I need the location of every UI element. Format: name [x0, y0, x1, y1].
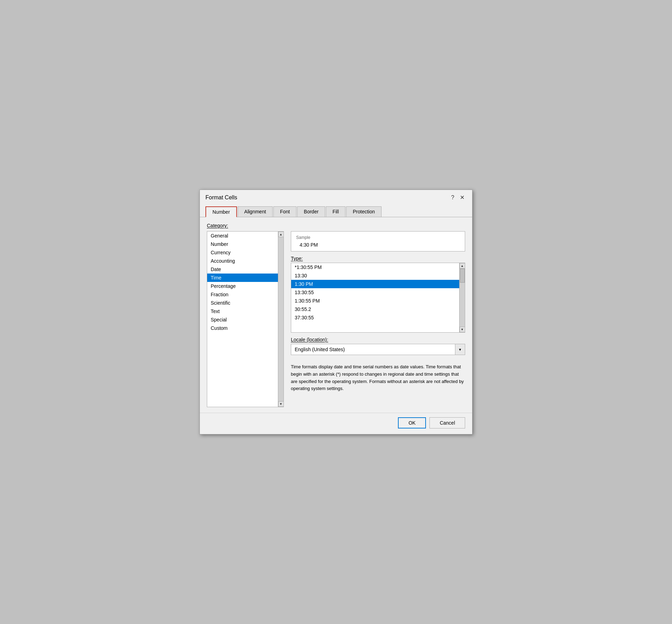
category-time[interactable]: Time [207, 274, 284, 282]
type-list: *1:30:55 PM 13:30 1:30 PM 13:30:55 1:30:… [291, 263, 465, 332]
type-scroll-down[interactable]: ▼ [460, 327, 465, 332]
sample-label: Sample [296, 235, 460, 240]
locale-value: English (United States) [291, 345, 455, 354]
locale-section: Locale (location): English (United State… [291, 337, 465, 355]
category-scientific[interactable]: Scientific [207, 299, 284, 307]
tab-fill[interactable]: Fill [326, 206, 345, 217]
category-percentage[interactable]: Percentage [207, 282, 284, 290]
type-list-container: *1:30:55 PM 13:30 1:30 PM 13:30:55 1:30:… [291, 263, 465, 333]
category-text[interactable]: Text [207, 307, 284, 315]
title-buttons: ? ✕ [449, 194, 467, 201]
tabs-container: Number Alignment Font Border Fill Protec… [200, 203, 472, 217]
type-label: Type: [291, 256, 465, 261]
category-fraction[interactable]: Fraction [207, 290, 284, 299]
type-item-4[interactable]: 1:30:55 PM [291, 297, 465, 305]
sample-box: Sample 4:30 PM [291, 231, 465, 251]
locale-label: Locale (location): [291, 337, 465, 342]
tab-content: Category: General Number Currency Accoun… [200, 217, 472, 413]
help-button[interactable]: ? [449, 194, 456, 201]
title-bar: Format Cells ? ✕ [200, 190, 472, 201]
tab-border[interactable]: Border [297, 206, 325, 217]
category-scroll-up[interactable]: ▲ [278, 232, 284, 237]
type-item-1[interactable]: 13:30 [291, 271, 465, 280]
format-cells-dialog: Format Cells ? ✕ Number Alignment Font B… [200, 190, 472, 434]
category-currency[interactable]: Currency [207, 248, 284, 257]
category-list: General Number Currency Accounting Date … [207, 232, 284, 407]
tab-font[interactable]: Font [273, 206, 296, 217]
dialog-title: Format Cells [205, 194, 237, 201]
type-scroll-up[interactable]: ▲ [460, 263, 465, 269]
category-date[interactable]: Date [207, 265, 284, 274]
type-section: Type: *1:30:55 PM 13:30 1:30 PM 13:30:55… [291, 256, 465, 333]
type-scrollbar: ▲ ▼ [459, 263, 465, 332]
cancel-button[interactable]: Cancel [429, 417, 465, 428]
ok-button[interactable]: OK [398, 417, 426, 428]
category-accounting[interactable]: Accounting [207, 257, 284, 265]
tab-alignment[interactable]: Alignment [238, 206, 273, 217]
category-special[interactable]: Special [207, 315, 284, 324]
category-label: Category: [207, 223, 465, 228]
category-general[interactable]: General [207, 232, 284, 240]
category-list-container: General Number Currency Accounting Date … [207, 231, 284, 407]
main-area: General Number Currency Accounting Date … [207, 231, 465, 407]
category-custom[interactable]: Custom [207, 324, 284, 332]
type-item-3[interactable]: 13:30:55 [291, 288, 465, 297]
type-scroll-thumb [460, 269, 465, 283]
sample-value: 4:30 PM [296, 242, 460, 248]
category-scroll-track [278, 237, 284, 401]
category-scroll-down[interactable]: ▼ [278, 401, 284, 407]
type-item-2[interactable]: 1:30 PM [291, 280, 465, 288]
locale-dropdown-btn[interactable]: ▼ [455, 344, 465, 355]
tab-protection[interactable]: Protection [346, 206, 382, 217]
tab-number[interactable]: Number [205, 206, 237, 217]
type-item-5[interactable]: 30:55.2 [291, 305, 465, 313]
type-scroll-track [460, 269, 465, 327]
type-item-6[interactable]: 37:30:55 [291, 313, 465, 322]
type-item-0[interactable]: *1:30:55 PM [291, 263, 465, 271]
category-number[interactable]: Number [207, 240, 284, 248]
description: Time formats display date and time seria… [291, 359, 465, 395]
dialog-footer: OK Cancel [200, 413, 472, 434]
close-button[interactable]: ✕ [458, 194, 467, 201]
category-scrollbar: ▲ ▼ [278, 232, 284, 407]
locale-select[interactable]: English (United States) ▼ [291, 344, 465, 355]
right-panel: Sample 4:30 PM Type: *1:30:55 PM 13:30 1… [291, 231, 465, 407]
